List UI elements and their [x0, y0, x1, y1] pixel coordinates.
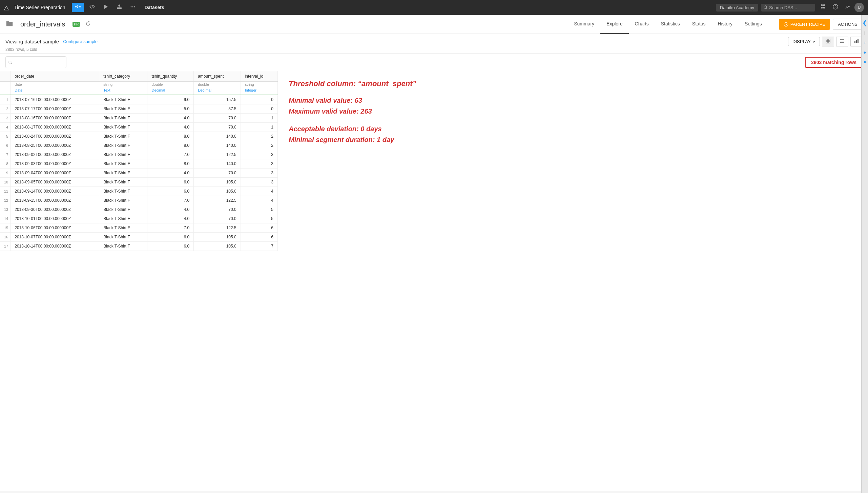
tab-status[interactable]: Status	[686, 15, 712, 34]
cell-tshirt-category: Black T-Shirt F	[99, 233, 147, 242]
row-num-cell: 2	[0, 104, 11, 114]
search-input[interactable]	[14, 58, 63, 66]
more-nav-icon[interactable]	[127, 3, 138, 12]
svg-rect-24	[854, 41, 855, 43]
grid-view-button[interactable]	[822, 37, 834, 46]
table-row[interactable]: 16 2013-10-07T00:00:00.000000Z Black T-S…	[0, 233, 278, 242]
configure-sample-link[interactable]: Configure sample	[63, 39, 98, 44]
cell-order-date: 2013-09-04T00:00:00.000000Z	[11, 169, 99, 178]
sidebar-info-icon[interactable]: i	[863, 29, 867, 37]
cell-amount-spent: 140.0	[194, 159, 241, 169]
table-row[interactable]: 5 2013-08-24T00:00:00.000000Z Black T-Sh…	[0, 132, 278, 141]
expand-right-icon[interactable]: ❮	[861, 18, 868, 28]
table-row[interactable]: 13 2013-09-30T00:00:00.000000Z Black T-S…	[0, 205, 278, 214]
search-placeholder: Search DSS...	[769, 5, 797, 10]
table-row[interactable]: 17 2013-10-14T00:00:00.000000Z Black T-S…	[0, 242, 278, 251]
tab-statistics[interactable]: Statistics	[655, 15, 686, 34]
sidebar-circle-icon-2[interactable]: ●	[862, 58, 867, 66]
tab-explore[interactable]: Explore	[600, 15, 628, 34]
type-tshirt-quantity: double	[147, 82, 194, 87]
cell-tshirt-category: Black T-Shirt F	[99, 159, 147, 169]
display-button[interactable]: DISPLAY	[788, 37, 820, 46]
table-row[interactable]: 6 2013-08-25T00:00:00.000000Z Black T-Sh…	[0, 141, 278, 150]
dataiku-academy-button[interactable]: Dataiku Academy	[716, 4, 758, 12]
badge-order-date: Date	[11, 87, 99, 95]
cell-amount-spent: 105.0	[194, 187, 241, 196]
avatar[interactable]: U	[854, 3, 864, 12]
cell-amount-spent: 122.5	[194, 223, 241, 233]
table-body: 1 2013-07-16T00:00:00.000000Z Black T-Sh…	[0, 95, 278, 251]
cell-tshirt-quantity: 4.0	[147, 169, 194, 178]
cell-tshirt-quantity: 8.0	[147, 132, 194, 141]
flow-nav-icon[interactable]	[72, 3, 84, 12]
table-row[interactable]: 15 2013-10-06T00:00:00.000000Z Black T-S…	[0, 223, 278, 233]
datasets-button[interactable]: Datasets	[141, 3, 167, 12]
sidebar-circle-icon-1[interactable]: ●	[862, 48, 867, 56]
table-row[interactable]: 7 2013-09-02T00:00:00.000000Z Black T-Sh…	[0, 150, 278, 159]
row-num-cell: 3	[0, 114, 11, 123]
cell-interval-id: 1	[241, 114, 277, 123]
cell-interval-id: 5	[241, 214, 277, 223]
row-num-badge	[0, 87, 11, 95]
svg-rect-20	[828, 41, 830, 43]
badge-amount-spent: Decimal	[194, 87, 241, 95]
type-amount-spent: double	[194, 82, 241, 87]
table-row[interactable]: 2 2013-07-17T00:00:00.000000Z Black T-Sh…	[0, 104, 278, 114]
svg-point-4	[131, 6, 132, 7]
cell-order-date: 2013-10-06T00:00:00.000000Z	[11, 223, 99, 233]
table-row[interactable]: 9 2013-09-04T00:00:00.000000Z Black T-Sh…	[0, 169, 278, 178]
cell-interval-id: 6	[241, 233, 277, 242]
row-num-type	[0, 82, 11, 87]
chart-icon	[854, 39, 859, 43]
row-num-cell: 7	[0, 150, 11, 159]
apps-grid-icon[interactable]	[818, 3, 829, 12]
badge-tshirt-quantity: Decimal	[147, 87, 194, 95]
actions-button[interactable]: ACTIONS	[833, 19, 863, 30]
table-row[interactable]: 3 2013-08-16T00:00:00.000000Z Black T-Sh…	[0, 114, 278, 123]
tab-history[interactable]: History	[712, 15, 739, 34]
table-row[interactable]: 8 2013-09-03T00:00:00.000000Z Black T-Sh…	[0, 159, 278, 169]
cell-amount-spent: 87.5	[194, 104, 241, 114]
code-nav-icon[interactable]	[87, 3, 98, 12]
tab-charts[interactable]: Charts	[629, 15, 655, 34]
analytics-icon[interactable]	[842, 3, 853, 12]
badge-interval-id: Integer	[241, 87, 277, 95]
cell-tshirt-category: Black T-Shirt F	[99, 114, 147, 123]
refresh-icon[interactable]	[85, 21, 91, 28]
badge-row: Date Text Decimal Decimal Integer	[0, 87, 278, 95]
row-num-cell: 4	[0, 123, 11, 132]
table-row[interactable]: 10 2013-09-05T00:00:00.000000Z Black T-S…	[0, 178, 278, 187]
cell-amount-spent: 70.0	[194, 169, 241, 178]
chart-view-button[interactable]	[850, 37, 863, 46]
svg-point-5	[132, 6, 133, 7]
cell-tshirt-quantity: 4.0	[147, 205, 194, 214]
table-row[interactable]: 4 2013-08-17T00:00:00.000000Z Black T-Sh…	[0, 123, 278, 132]
cell-tshirt-category: Black T-Shirt F	[99, 223, 147, 233]
deploy-nav-icon[interactable]	[114, 3, 125, 12]
table-row[interactable]: 11 2013-09-14T00:00:00.000000Z Black T-S…	[0, 187, 278, 196]
table-row[interactable]: 12 2013-09-15T00:00:00.000000Z Black T-S…	[0, 196, 278, 205]
svg-point-27	[9, 61, 11, 63]
run-nav-icon[interactable]	[100, 3, 111, 12]
badge-tshirt-category: Text	[99, 87, 147, 95]
svg-rect-11	[821, 7, 823, 8]
cell-interval-id: 2	[241, 141, 277, 150]
tab-settings[interactable]: Settings	[739, 15, 768, 34]
parent-recipe-button[interactable]: P PARENT RECIPE	[779, 19, 830, 30]
col-header-amount-spent: amount_spent	[194, 71, 241, 82]
svg-text:P: P	[785, 23, 787, 26]
cell-order-date: 2013-09-05T00:00:00.000000Z	[11, 178, 99, 187]
table-row[interactable]: 14 2013-10-01T00:00:00.000000Z Black T-S…	[0, 214, 278, 223]
help-icon[interactable]: ?	[830, 3, 841, 12]
sidebar-plus-icon[interactable]: +	[862, 39, 867, 47]
cell-tshirt-quantity: 8.0	[147, 159, 194, 169]
tab-summary[interactable]: Summary	[568, 15, 600, 34]
table-row[interactable]: 1 2013-07-16T00:00:00.000000Z Black T-Sh…	[0, 95, 278, 104]
cell-amount-spent: 140.0	[194, 141, 241, 150]
cell-interval-id: 3	[241, 178, 277, 187]
list-view-button[interactable]	[836, 37, 848, 46]
search-box[interactable]: Search DSS...	[761, 4, 815, 12]
row-num-cell: 5	[0, 132, 11, 141]
cell-amount-spent: 105.0	[194, 178, 241, 187]
top-nav: △ Time Series Preparation Datasets Datai…	[0, 0, 868, 15]
